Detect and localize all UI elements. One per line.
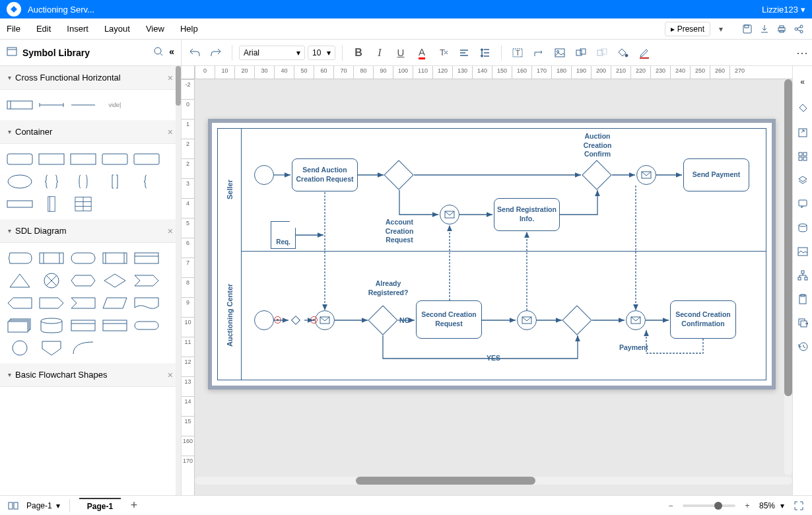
close-icon[interactable]: × [168, 370, 173, 380]
msg-event-3[interactable] [315, 310, 335, 330]
pages-icon[interactable] [7, 499, 20, 512]
send-back-icon[interactable] [797, 317, 809, 329]
shape-triangle[interactable] [7, 272, 33, 289]
page-tab[interactable]: Page-1 [79, 498, 121, 514]
connector-button[interactable] [529, 44, 548, 62]
shape-arrow-l[interactable] [7, 294, 33, 312]
zoom-thumb[interactable] [714, 502, 722, 510]
zoom-out-button[interactable]: − [664, 499, 677, 512]
add-page-button[interactable]: + [127, 499, 141, 512]
horizontal-scrollbar[interactable] [195, 477, 792, 485]
shape-swimlane[interactable] [7, 96, 33, 114]
shape-brace2[interactable] [70, 173, 96, 190]
canvas[interactable]: Seller Auctioning Center Send Auction Cr… [208, 119, 776, 390]
shape-sdl5[interactable] [133, 250, 160, 267]
task-second-request[interactable]: Second Creation Request [416, 300, 482, 339]
task-second-confirmation[interactable]: Second Creation Confirmation [670, 300, 736, 339]
menu-layout[interactable]: Layout [104, 24, 130, 34]
shape-rect5[interactable] [133, 151, 160, 168]
line-color-button[interactable] [635, 44, 654, 62]
close-icon[interactable]: × [168, 127, 173, 137]
chevron-down-icon[interactable]: ▾ [780, 501, 784, 510]
canvas-area[interactable]: 0102030405060708090100110120130140150160… [182, 66, 812, 495]
menu-file[interactable]: File [7, 24, 20, 34]
underline-button[interactable]: U [391, 44, 410, 62]
menu-help[interactable]: Help [180, 24, 198, 34]
export-icon[interactable] [797, 127, 809, 139]
undo-button[interactable] [186, 44, 204, 62]
search-icon[interactable] [153, 46, 164, 59]
task-send-payment[interactable]: Send Payment [683, 158, 749, 191]
shape-drum[interactable] [38, 317, 65, 334]
align-button[interactable] [455, 44, 473, 62]
swimlane[interactable]: Seller Auctioning Center Send Auction Cr… [217, 128, 766, 380]
text-box-button[interactable]: T [508, 44, 527, 62]
shape-arc[interactable] [70, 339, 96, 357]
zoom-in-button[interactable]: + [741, 499, 754, 512]
size-select[interactable]: 10 ▾ [308, 46, 335, 60]
menu-edit[interactable]: Edit [36, 24, 51, 34]
shape-sdl2[interactable] [38, 250, 65, 267]
shape-para[interactable] [102, 294, 128, 312]
shape-rect-tb[interactable] [102, 317, 128, 334]
close-icon[interactable]: × [168, 73, 173, 83]
shape-circle2[interactable] [7, 339, 33, 357]
app-logo[interactable] [7, 2, 21, 17]
data-icon[interactable] [797, 222, 809, 234]
shape-brace4[interactable] [133, 173, 160, 190]
fullscreen-button[interactable] [792, 499, 805, 512]
lane-seller[interactable]: Seller [218, 129, 241, 251]
present-button[interactable]: ▸ Present [665, 22, 710, 36]
shape-shield[interactable] [38, 339, 65, 357]
shape-lane[interactable] [70, 96, 96, 114]
theme-icon[interactable] [797, 103, 809, 115]
shape-sdl4[interactable] [102, 250, 128, 267]
sidebar-scrollbar[interactable] [176, 66, 181, 495]
history-icon[interactable] [797, 341, 809, 353]
comment-icon[interactable] [797, 198, 809, 210]
font-select[interactable]: Arial ▾ [239, 46, 305, 60]
shape-pill[interactable] [133, 317, 160, 334]
msg-event-4[interactable] [517, 310, 537, 330]
shape-grid[interactable] [70, 195, 96, 213]
print-icon[interactable] [775, 22, 788, 36]
shape-sdl1[interactable] [7, 250, 33, 267]
start-event-seller[interactable] [254, 165, 274, 185]
shape-rect4[interactable] [102, 151, 128, 168]
vertical-scrollbar[interactable] [784, 79, 792, 475]
menu-view[interactable]: View [146, 24, 164, 34]
msg-event-2[interactable] [636, 165, 656, 185]
gateway-1[interactable] [384, 160, 413, 189]
font-color-button[interactable]: A [413, 44, 431, 62]
data-req[interactable]: Req. [271, 221, 296, 249]
shape-rect1[interactable] [7, 151, 33, 168]
fill-button[interactable] [614, 44, 632, 62]
shape-sdl3[interactable] [70, 250, 96, 267]
category-cross-functional[interactable]: ▾ Cross Functional Horizontal × [0, 66, 181, 90]
clear-format-button[interactable]: T [434, 44, 452, 62]
photo-icon[interactable] [797, 246, 809, 258]
group-button[interactable] [572, 44, 590, 62]
close-icon[interactable]: × [168, 226, 173, 236]
clipboard-icon[interactable] [797, 293, 809, 305]
gateway-registered[interactable] [368, 305, 397, 335]
category-basic-flowchart[interactable]: ▾ Basic Flowchart Shapes × [0, 363, 181, 387]
scrollbar-thumb[interactable] [176, 66, 181, 106]
redo-button[interactable] [207, 44, 225, 62]
grid-icon[interactable] [797, 151, 809, 162]
page-dropdown[interactable]: Page-1 ▾ [26, 501, 60, 510]
shape-diamond[interactable] [102, 272, 128, 289]
shape-ellipse[interactable] [7, 173, 33, 190]
menu-insert[interactable]: Insert [67, 24, 88, 34]
collapse-icon[interactable]: « [169, 46, 174, 59]
download-icon[interactable] [758, 22, 771, 36]
scrollbar-thumb[interactable] [784, 79, 792, 396]
shape-rect2[interactable] [38, 151, 65, 168]
shape-arrow-r[interactable] [38, 294, 65, 312]
shape-rect6[interactable] [7, 195, 33, 213]
start-event-center[interactable] [254, 310, 274, 330]
gateway-auction-confirm[interactable] [582, 160, 611, 189]
shape-arrow-li[interactable] [70, 294, 96, 312]
more-button[interactable]: ⋯ [796, 46, 808, 60]
gateway-3[interactable] [562, 305, 592, 335]
